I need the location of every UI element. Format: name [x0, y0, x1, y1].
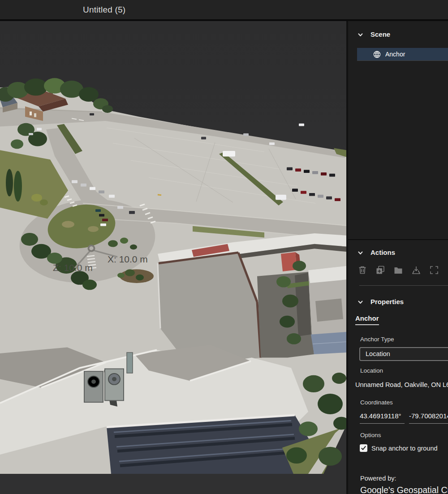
- scene-section-header[interactable]: Scene: [358, 30, 390, 38]
- properties-section-header[interactable]: Properties: [358, 298, 404, 305]
- folder-icon: [393, 265, 403, 275]
- duplicate-icon: [375, 265, 385, 275]
- anchor-type-label: Anchor Type: [360, 336, 394, 343]
- right-panel: Scene Anchor Actions: [348, 21, 448, 494]
- group-button[interactable]: [393, 265, 404, 275]
- scene-item-anchor-label: Anchor: [385, 51, 405, 58]
- delete-button[interactable]: [357, 265, 368, 275]
- snap-anchor-checkbox[interactable]: [360, 444, 367, 452]
- anchor-type-select[interactable]: Location: [359, 347, 448, 361]
- duplicate-button[interactable]: [375, 265, 386, 275]
- properties-tab-anchor[interactable]: Anchor: [355, 314, 379, 325]
- section-divider: [348, 239, 448, 240]
- gizmo-z-label: Z: 10.0 m: [53, 263, 93, 273]
- titlebar: Untitled (5): [0, 0, 448, 20]
- globe-icon: [373, 50, 381, 59]
- chevron-down-icon: [358, 299, 363, 305]
- scene-item-anchor[interactable]: Anchor: [357, 48, 448, 61]
- aerial-scene: X: 10.0 m Z: 10.0 m: [0, 21, 346, 494]
- powered-by-label: Powered by:: [360, 475, 396, 482]
- scene-section-title: Scene: [370, 30, 390, 38]
- viewport-3d[interactable]: X: 10.0 m Z: 10.0 m: [0, 21, 346, 494]
- coordinates-label: Coordinates: [360, 399, 393, 406]
- checkmark-icon: [361, 446, 366, 451]
- snap-anchor-label: Snap anchor to ground: [371, 445, 438, 452]
- import-button[interactable]: [411, 265, 422, 275]
- location-value[interactable]: Unnamed Road, Oakville, ON L6H: [355, 381, 448, 388]
- app-window: Untitled (5): [0, 0, 448, 494]
- actions-section-title: Actions: [370, 249, 395, 256]
- snap-anchor-option: Snap anchor to ground: [360, 444, 438, 452]
- frame-button[interactable]: [429, 265, 439, 275]
- latitude-field[interactable]: 43.46919118°: [360, 410, 405, 424]
- frame-icon: [429, 265, 439, 275]
- properties-section-title: Properties: [370, 298, 404, 305]
- actions-toolbar: [357, 265, 439, 275]
- import-icon: [411, 265, 421, 275]
- toolbar-divider: [359, 285, 448, 286]
- location-label: Location: [360, 367, 383, 374]
- actions-section-header[interactable]: Actions: [358, 249, 395, 256]
- chevron-down-icon: [358, 250, 363, 256]
- longitude-field[interactable]: -79.70082014°: [409, 410, 448, 424]
- options-label: Options: [360, 432, 381, 438]
- trash-icon: [358, 265, 367, 275]
- gizmo-x-label: X: 10.0 m: [108, 254, 148, 264]
- chevron-down-icon: [358, 32, 363, 38]
- powered-by-brand: Google's Geospatial Creator: [360, 485, 448, 494]
- document-title[interactable]: Untitled (5): [83, 0, 125, 20]
